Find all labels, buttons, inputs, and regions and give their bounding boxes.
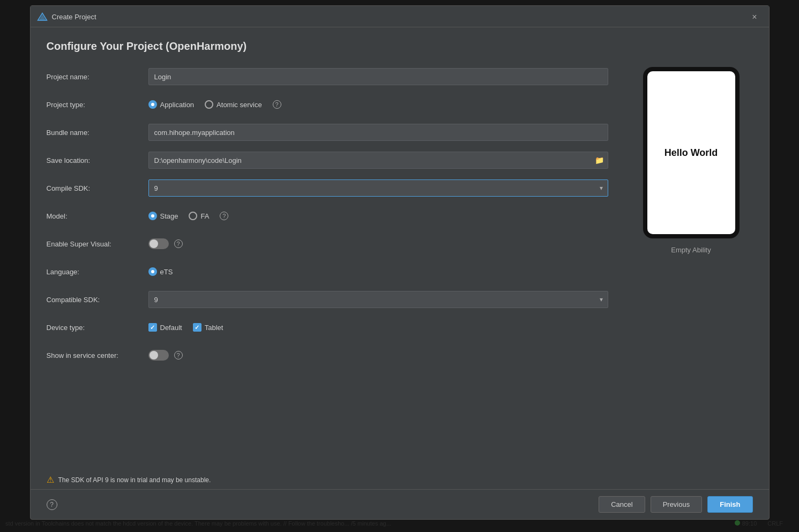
hello-world-text: Hello World [664, 147, 718, 159]
bundle-name-control [148, 124, 608, 141]
warning-icon: ⚠ [47, 475, 54, 485]
show-in-service-center-label: Show in service center: [47, 351, 148, 359]
footer-help-icon[interactable]: ? [47, 499, 57, 510]
show-in-service-center-row: Show in service center: ? [47, 346, 608, 364]
warning-bar: ⚠ The SDK of API 9 is now in trial and m… [31, 469, 769, 489]
cancel-button[interactable]: Cancel [599, 496, 645, 513]
project-name-input[interactable] [148, 68, 608, 85]
enable-super-visual-toggle-row: ? [148, 238, 608, 249]
dialog-footer: ? Cancel Previous Finish [31, 489, 769, 519]
checkbox-tablet[interactable]: Tablet [193, 323, 223, 332]
save-location-label: Save location: [47, 156, 148, 164]
project-name-control [148, 68, 608, 85]
language-row: Language: eTS [47, 263, 608, 281]
language-control: eTS [148, 267, 608, 276]
previous-button[interactable]: Previous [651, 496, 703, 513]
project-type-help-icon[interactable]: ? [273, 100, 281, 109]
enable-super-visual-label: Enable Super Visual: [47, 240, 148, 248]
radio-ets-circle [148, 267, 157, 276]
checkbox-default-label: Default [160, 324, 182, 332]
device-type-row: Device type: Default Tablet [47, 318, 608, 336]
phone-preview: Hello World [643, 67, 740, 238]
radio-atomic-service[interactable]: Atomic service [205, 100, 262, 109]
service-center-help-icon[interactable]: ? [174, 351, 183, 359]
radio-fa[interactable]: FA [189, 212, 209, 220]
radio-application-label: Application [160, 101, 195, 109]
radio-atomic-service-label: Atomic service [216, 101, 262, 109]
compatible-sdk-label: Compatible SDK: [47, 296, 148, 304]
enable-super-visual-control: ? [148, 238, 608, 249]
warning-text: The SDK of API 9 is now in trial and may… [58, 476, 211, 484]
model-help-icon[interactable]: ? [220, 212, 228, 220]
dialog-title: Create Project [52, 13, 96, 21]
browse-folder-icon[interactable]: 📁 [595, 156, 604, 164]
phone-screen: Hello World [647, 71, 735, 234]
super-visual-help-icon[interactable]: ? [174, 239, 183, 248]
language-radio-group: eTS [148, 267, 608, 276]
model-control: Stage FA ? [148, 212, 608, 220]
radio-ets[interactable]: eTS [148, 267, 173, 276]
footer-right: Cancel Previous Finish [599, 496, 752, 513]
checkbox-default[interactable]: Default [148, 323, 182, 332]
page-title: Configure Your Project (OpenHarmony) [47, 40, 608, 53]
project-type-row: Project type: Application Atomic service [47, 95, 608, 114]
show-in-service-center-toggle[interactable] [148, 350, 169, 361]
checkbox-tablet-box [193, 323, 201, 332]
titlebar-left: Create Project [37, 12, 96, 23]
project-name-row: Project name: [47, 68, 608, 86]
radio-application[interactable]: Application [148, 100, 195, 109]
close-button[interactable]: × [749, 11, 760, 23]
create-project-dialog: Create Project × Configure Your Project … [30, 5, 770, 520]
device-type-group: Default Tablet [148, 323, 608, 332]
radio-stage[interactable]: Stage [148, 212, 178, 220]
save-location-control: 📁 [148, 152, 608, 169]
compile-sdk-control: 9 8 7 [148, 179, 608, 197]
radio-stage-label: Stage [160, 212, 178, 220]
compile-sdk-label: Compile SDK: [47, 184, 148, 192]
compatible-sdk-row: Compatible SDK: 9 8 7 [47, 290, 608, 309]
show-in-service-center-control: ? [148, 350, 608, 361]
radio-atomic-service-circle [205, 100, 213, 109]
model-radio-group: Stage FA ? [148, 212, 608, 220]
save-location-input[interactable] [148, 152, 608, 169]
save-location-input-wrapper: 📁 [148, 152, 608, 169]
bundle-name-input[interactable] [148, 124, 608, 141]
preview-label: Empty Ability [671, 246, 711, 254]
radio-ets-label: eTS [160, 268, 173, 276]
toggle-thumb [150, 239, 158, 248]
model-row: Model: Stage FA ? [47, 207, 608, 225]
radio-fa-label: FA [200, 212, 209, 220]
project-type-label: Project type: [47, 101, 148, 109]
project-type-control: Application Atomic service ? [148, 100, 608, 109]
compile-sdk-select-wrapper: 9 8 7 [148, 179, 608, 197]
model-label: Model: [47, 212, 148, 220]
checkbox-tablet-label: Tablet [205, 324, 223, 332]
compatible-sdk-control: 9 8 7 [148, 291, 608, 308]
preview-section: Hello World Empty Ability [630, 40, 753, 461]
service-toggle-thumb [150, 351, 158, 359]
compatible-sdk-select[interactable]: 9 8 7 [148, 291, 608, 308]
radio-application-circle [148, 100, 157, 109]
save-location-row: Save location: 📁 [47, 151, 608, 169]
finish-button[interactable]: Finish [707, 496, 752, 513]
radio-stage-circle [148, 212, 157, 220]
dialog-titlebar: Create Project × [31, 6, 769, 27]
device-type-label: Device type: [47, 324, 148, 332]
footer-left: ? [47, 499, 57, 510]
device-type-control: Default Tablet [148, 323, 608, 332]
project-type-radio-group: Application Atomic service ? [148, 100, 608, 109]
checkbox-default-box [148, 323, 157, 332]
form-section: Configure Your Project (OpenHarmony) Pro… [47, 40, 608, 461]
language-label: Language: [47, 268, 148, 276]
enable-super-visual-row: Enable Super Visual: ? [47, 235, 608, 253]
radio-fa-circle [189, 212, 197, 220]
show-service-toggle-row: ? [148, 350, 608, 361]
app-logo-icon [37, 12, 48, 23]
bundle-name-row: Bundle name: [47, 123, 608, 141]
bundle-name-label: Bundle name: [47, 129, 148, 137]
project-name-label: Project name: [47, 73, 148, 81]
compile-sdk-row: Compile SDK: 9 8 7 [47, 179, 608, 197]
dialog-overlay: Create Project × Configure Your Project … [0, 0, 799, 532]
enable-super-visual-toggle[interactable] [148, 238, 169, 249]
compile-sdk-select[interactable]: 9 8 7 [148, 179, 608, 197]
